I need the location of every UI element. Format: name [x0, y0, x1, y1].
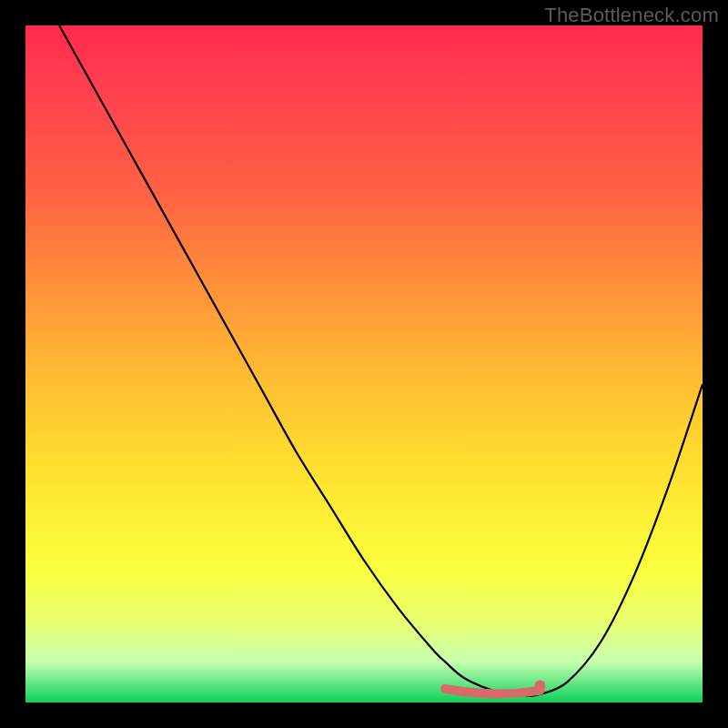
gradient-plot-area	[25, 25, 703, 703]
bottleneck-curve-svg	[25, 25, 703, 703]
optimal-point-dot	[534, 680, 545, 691]
watermark-text: TheBottleneck.com	[544, 4, 719, 27]
bottleneck-curve	[59, 25, 703, 696]
optimal-range-marker	[445, 689, 540, 694]
